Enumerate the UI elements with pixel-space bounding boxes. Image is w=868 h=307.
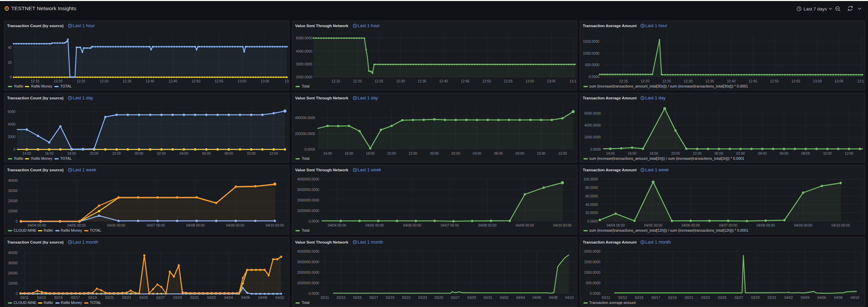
svg-text:03/19: 03/19 — [668, 296, 677, 300]
svg-text:03/15: 03/15 — [353, 296, 362, 300]
svg-text:TOTAL: TOTAL — [90, 301, 102, 305]
svg-text:04/09 00:00: 04/09 00:00 — [516, 224, 534, 227]
svg-text:03/27: 03/27 — [156, 296, 165, 300]
svg-text:04/10 00:00: 04/10 00:00 — [831, 224, 850, 227]
svg-text:Transaction Count (by source): Transaction Count (by source) — [7, 24, 64, 28]
svg-text:Rafiki Money: Rafiki Money — [61, 301, 82, 305]
svg-text:Transaction Average Amount: Transaction Average Amount — [583, 96, 637, 100]
svg-text:2000000.0000: 2000000.0000 — [297, 198, 319, 202]
svg-text:20:00: 20:00 — [387, 152, 396, 155]
svg-text:14:00: 14:00 — [22, 152, 31, 155]
svg-text:0: 0 — [10, 75, 12, 79]
svg-text:Rafiki: Rafiki — [44, 301, 53, 305]
svg-text:40: 40 — [8, 46, 12, 50]
svg-text:06:00: 06:00 — [202, 152, 211, 155]
svg-text:03/31: 03/31 — [190, 296, 199, 300]
svg-text:1500.0000: 1500.0000 — [584, 260, 600, 264]
svg-text:04/08: 04/08 — [258, 296, 267, 300]
svg-text:2000.0000: 2000.0000 — [296, 75, 312, 79]
svg-text:00:00: 00:00 — [715, 152, 723, 155]
svg-text:Last 1 day: Last 1 day — [358, 95, 378, 100]
svg-text:4000000.0000: 4000000.0000 — [297, 177, 319, 181]
svg-text:16:00: 16:00 — [345, 152, 354, 155]
svg-text:0.0000: 0.0000 — [590, 292, 600, 295]
svg-text:03/15: 03/15 — [635, 296, 644, 300]
svg-text:TOTAL: TOTAL — [90, 228, 102, 232]
svg-text:Total: Total — [302, 228, 310, 232]
svg-text:04/09 00:00: 04/09 00:00 — [226, 224, 244, 227]
svg-text:Rafiki: Rafiki — [14, 156, 23, 160]
svg-text:Last 1 week: Last 1 week — [645, 167, 669, 172]
svg-text:Transaction Average Amount: Transaction Average Amount — [583, 240, 637, 244]
svg-text:10000: 10000 — [8, 209, 18, 213]
svg-text:04:00: 04:00 — [758, 152, 767, 155]
svg-text:Rafiki: Rafiki — [44, 228, 53, 232]
svg-text:10:00: 10:00 — [823, 152, 832, 155]
svg-text:12:45: 12:45 — [461, 79, 470, 83]
svg-text:12:20: 12:20 — [54, 79, 62, 83]
svg-text:500.0000: 500.0000 — [585, 63, 600, 67]
svg-text:14:00: 14:00 — [323, 152, 332, 155]
svg-text:Last 1 hour: Last 1 hour — [358, 23, 380, 28]
svg-text:Transaction Count (by source): Transaction Count (by source) — [7, 168, 64, 172]
svg-text:10000: 10000 — [8, 282, 18, 285]
svg-text:18:00: 18:00 — [649, 152, 658, 155]
svg-text:Transaction Count (by source): Transaction Count (by source) — [7, 240, 64, 244]
svg-text:CLOUD-NINE: CLOUD-NINE — [14, 228, 36, 232]
svg-text:04/08 00:00: 04/08 00:00 — [186, 224, 205, 227]
svg-text:03/29: 03/29 — [467, 296, 476, 300]
svg-text:TOTAL: TOTAL — [60, 84, 72, 88]
svg-text:6000: 6000 — [8, 110, 16, 114]
svg-text:12:00: 12:00 — [845, 152, 854, 155]
svg-text:03/13: 03/13 — [337, 296, 346, 300]
svg-text:0: 0 — [14, 148, 16, 151]
svg-text:2000000.0000: 2000000.0000 — [297, 271, 319, 274]
svg-text:12:25: 12:25 — [375, 79, 383, 83]
svg-text:04/04 00:00: 04/04 00:00 — [607, 224, 625, 227]
svg-text:03/13: 03/13 — [37, 296, 46, 300]
svg-text:12:35: 12:35 — [418, 79, 427, 83]
svg-text:12:40: 12:40 — [146, 79, 155, 83]
svg-text:2000: 2000 — [8, 135, 16, 139]
svg-text:00:00: 00:00 — [430, 152, 439, 155]
svg-text:13:1: 13:1 — [285, 79, 290, 83]
svg-text:3000000.0000: 3000000.0000 — [297, 188, 319, 192]
svg-text:4000000.0000: 4000000.0000 — [297, 250, 319, 253]
svg-text:16:00: 16:00 — [628, 152, 637, 155]
svg-text:6000.0000: 6000.0000 — [584, 112, 601, 115]
svg-text:03/29: 03/29 — [173, 296, 182, 300]
svg-text:Transaction Average Amount: Transaction Average Amount — [583, 24, 637, 28]
svg-text:04/02: 04/02 — [500, 296, 509, 300]
svg-text:Value Sent Through Network: Value Sent Through Network — [295, 240, 348, 244]
svg-text:04/04: 04/04 — [801, 296, 810, 300]
svg-text:04:00: 04:00 — [180, 152, 188, 155]
svg-text:0.0000: 0.0000 — [590, 148, 601, 151]
svg-text:Last 7 days: Last 7 days — [803, 6, 827, 12]
svg-text:0: 0 — [16, 292, 18, 295]
svg-text:03/21: 03/21 — [685, 296, 693, 300]
svg-text:04/07 00:00: 04/07 00:00 — [147, 224, 165, 227]
svg-text:12:35: 12:35 — [123, 79, 131, 83]
svg-text:5000.0000: 5000.0000 — [296, 36, 312, 40]
svg-text:04/10 00:00: 04/10 00:00 — [266, 224, 284, 227]
svg-text:0.0000: 0.0000 — [589, 75, 599, 79]
svg-text:18:00: 18:00 — [67, 152, 76, 155]
svg-text:2000.0000: 2000.0000 — [584, 250, 600, 253]
svg-text:08:00: 08:00 — [801, 152, 810, 155]
svg-text:13:05: 13:05 — [547, 79, 556, 83]
svg-text:Total: Total — [302, 84, 310, 88]
svg-text:12:45: 12:45 — [748, 79, 757, 83]
svg-text:Rafiki: Rafiki — [14, 84, 23, 88]
svg-text:12:00: 12:00 — [269, 152, 278, 155]
svg-text:04/06 00:00: 04/06 00:00 — [682, 224, 700, 227]
svg-text:200000.0000: 200000.0000 — [295, 132, 315, 136]
svg-text:20000: 20000 — [8, 199, 18, 203]
svg-text:03/19: 03/19 — [386, 296, 395, 300]
svg-text:04/04 00:00: 04/04 00:00 — [28, 224, 46, 227]
svg-text:03/11: 03/11 — [602, 296, 610, 300]
svg-text:Value Sent Through Network: Value Sent Through Network — [295, 168, 348, 172]
svg-text:12:40: 12:40 — [727, 79, 736, 83]
svg-text:03/17: 03/17 — [71, 296, 80, 300]
svg-text:1000.0000: 1000.0000 — [584, 271, 600, 274]
svg-text:02:00: 02:00 — [736, 152, 745, 155]
